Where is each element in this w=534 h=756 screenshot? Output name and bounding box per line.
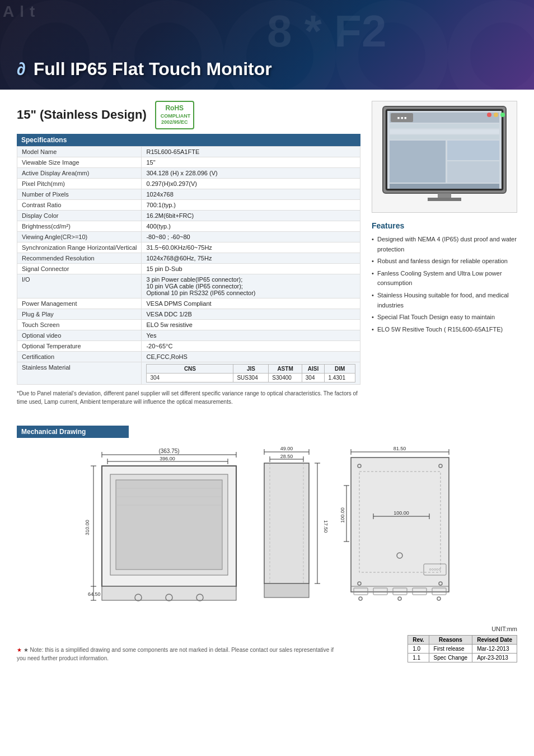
side-view-drawing: 49.00 28.50 17.50 xyxy=(253,444,331,617)
star-icon: ★ xyxy=(17,647,22,653)
spec-value: -20~65°C xyxy=(142,340,360,351)
stainless-header: CNS xyxy=(147,364,233,373)
feature-item: ELO 5W Resitive Touch ( R15L600-65A1FTE) xyxy=(372,325,517,335)
svg-rect-11 xyxy=(438,193,451,198)
spec-value: ELO 5w resistive xyxy=(142,319,360,330)
stainless-value: CNSJISASTMAISIDIM304SUS304S304003041.430… xyxy=(142,362,360,384)
header-banner: Alt 8 * F2 ∂ Full IP65 Flat Touch Monito… xyxy=(0,0,534,90)
front-view-drawing: (363.75) 396.00 310.00 xyxy=(71,444,245,617)
footer-note: ★ ★ Note: this is a simplified drawing a… xyxy=(17,646,341,662)
header-bg-numbers: 8 * F2 xyxy=(267,6,386,57)
feature-item: Stainless Housing suitable for food, and… xyxy=(372,291,517,310)
spec-value: 700:1(typ.) xyxy=(142,199,360,210)
stainless-header: ASTM xyxy=(269,364,302,373)
spec-label: Viewable Size Image xyxy=(17,157,142,167)
spec-value: 15 pin D-Sub xyxy=(142,263,360,274)
svg-rect-58 xyxy=(264,584,309,598)
rohs-label: RoHS xyxy=(161,104,189,113)
spec-label: Contrast Ratio xyxy=(17,199,142,210)
right-column: ■ ■ ■ Features Designed with NEMA 4 (IP6… xyxy=(372,101,517,406)
spec-table: Model NameR15L600-65A1FTEViewable Size I… xyxy=(17,146,360,385)
svg-text:396.00: 396.00 xyxy=(160,456,175,461)
feature-item: Fanless Cooling System and Ultra Low pow… xyxy=(372,269,517,288)
svg-rect-8 xyxy=(447,141,499,160)
product-title-row: 15" (Stainless Design) RoHS COMPLIANT 20… xyxy=(17,101,360,129)
rev-header: Revised Date xyxy=(472,635,517,644)
spec-label: Pixel Pitch(mm) xyxy=(17,178,142,189)
svg-rect-51 xyxy=(264,463,309,584)
svg-point-88 xyxy=(437,597,441,600)
svg-rect-9 xyxy=(447,161,499,183)
spec-value: -80~80 ; -60~80 xyxy=(142,231,360,242)
stainless-cell: SUS304 xyxy=(233,373,269,382)
rev-cell: 1.1 xyxy=(408,653,429,662)
svg-rect-4 xyxy=(390,124,499,128)
spec-value: 3 pin Power cable(IP65 connector); 10 pi… xyxy=(142,274,360,298)
stainless-label: Stainless Material xyxy=(17,362,142,384)
revision-container: UNIT:mm Rev.ReasonsRevised Date1.0First … xyxy=(407,626,517,662)
svg-text:(363.75): (363.75) xyxy=(158,448,179,454)
svg-text:64.50: 64.50 xyxy=(88,591,101,597)
spec-label: Touch Screen xyxy=(17,319,142,330)
spec-value: 1024x768 xyxy=(142,189,360,199)
svg-point-13 xyxy=(487,113,491,117)
monitor-diagram: ■ ■ ■ xyxy=(377,104,512,210)
rev-cell: Mar-12-2013 xyxy=(472,644,517,653)
svg-rect-6 xyxy=(390,135,499,139)
mechanical-title: Mechanical Drawing xyxy=(17,426,129,438)
spec-value: 0.297(H)x0.297(V) xyxy=(142,178,360,189)
page-title: ∂ Full IP65 Flat Touch Monitor xyxy=(17,59,272,80)
svg-point-15 xyxy=(500,113,505,117)
svg-rect-28 xyxy=(116,480,222,570)
features-title: Features xyxy=(372,221,517,230)
spec-value: R15L600-65A1FTE xyxy=(142,146,360,157)
svg-text:28.50: 28.50 xyxy=(280,454,293,459)
rev-cell: 1.0 xyxy=(408,644,429,653)
stainless-header: JIS xyxy=(233,364,269,373)
svg-text:100.00: 100.00 xyxy=(394,510,409,516)
spec-value: 16.2M(6bit+FRC) xyxy=(142,210,360,221)
svg-point-14 xyxy=(494,113,498,117)
svg-point-87 xyxy=(398,597,401,600)
spec-label: Certification xyxy=(17,351,142,362)
spec-value: Yes xyxy=(142,330,360,340)
spec-label: Display Color xyxy=(17,210,142,221)
feature-item: Designed with NEMA 4 (IP65) dust proof a… xyxy=(372,235,517,254)
footer-note-container: ★ ★ Note: this is a simplified drawing a… xyxy=(17,646,341,662)
spec-label: Plug & Play xyxy=(17,309,142,319)
svg-rect-63 xyxy=(351,458,449,592)
product-title: 15" (Stainless Design) xyxy=(17,108,147,122)
header-bg-letters: Alt xyxy=(3,3,40,21)
svg-rect-12 xyxy=(428,198,461,201)
footer-section: ★ ★ Note: this is a simplified drawing a… xyxy=(0,623,534,668)
rev-cell: Apr-23-2013 xyxy=(472,653,517,662)
stainless-cell: 1.4301 xyxy=(325,373,355,382)
mechanical-drawings: (363.75) 396.00 310.00 xyxy=(17,444,517,617)
rohs-badge: RoHS COMPLIANT 2002/95/EC xyxy=(155,101,194,129)
stainless-header: DIM xyxy=(325,364,355,373)
spec-label: Recommended Resolution xyxy=(17,253,142,263)
spec-value: VESA DDC 1/2B xyxy=(142,309,360,319)
main-content: 15" (Stainless Design) RoHS COMPLIANT 20… xyxy=(0,90,534,417)
svg-rect-36 xyxy=(102,586,236,600)
rev-cell: First release xyxy=(429,644,472,653)
specifications-title: Specifications xyxy=(17,134,360,146)
header-icon: ∂ xyxy=(17,59,26,79)
spec-label: Power Management xyxy=(17,298,142,309)
rev-header: Rev. xyxy=(408,635,429,644)
rev-cell: Spec Change xyxy=(429,653,472,662)
spec-label: Optional video xyxy=(17,330,142,340)
svg-text:310.00: 310.00 xyxy=(85,520,90,535)
footnote: *Due to Panel material's deviation, diff… xyxy=(17,389,360,406)
spec-label: Model Name xyxy=(17,146,142,157)
rohs-directive: 2002/95/EC xyxy=(161,119,189,126)
feature-item: Special Flat Touch Design easy to mainta… xyxy=(372,312,517,323)
feature-item: Robust and fanless design for reliable o… xyxy=(372,256,517,267)
svg-text:100.00: 100.00 xyxy=(340,507,345,523)
spec-label: I/O xyxy=(17,274,142,298)
rohs-subtitle: COMPLIANT xyxy=(161,113,189,120)
svg-text:■ ■ ■: ■ ■ ■ xyxy=(397,116,407,120)
mechanical-section: Mechanical Drawing (363.75) 396.00 xyxy=(0,417,534,623)
spec-value: 400(typ.) xyxy=(142,221,360,231)
product-image: ■ ■ ■ xyxy=(372,101,517,213)
